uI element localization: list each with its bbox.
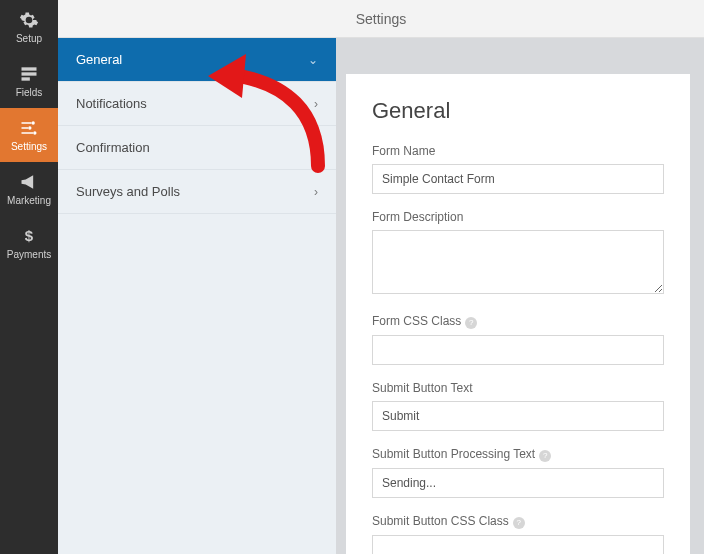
left-nav-label: Payments <box>7 249 51 260</box>
megaphone-icon <box>19 172 39 192</box>
form-name-label: Form Name <box>372 144 664 158</box>
settings-panel: General Form Name Form Description Form … <box>346 74 690 554</box>
form-description-textarea[interactable] <box>372 230 664 294</box>
form-css-input[interactable] <box>372 335 664 365</box>
submit-css-input[interactable] <box>372 535 664 554</box>
app-root: Setup Fields Settings Marketing $ Paymen… <box>0 0 704 554</box>
svg-point-5 <box>33 131 36 134</box>
left-nav-marketing[interactable]: Marketing <box>0 162 58 216</box>
chevron-right-icon: › <box>314 185 318 199</box>
sidebar-item-confirmation[interactable]: Confirmation › <box>58 126 336 170</box>
left-nav: Setup Fields Settings Marketing $ Paymen… <box>0 0 58 554</box>
sliders-icon <box>19 118 39 138</box>
dollar-icon: $ <box>19 226 39 246</box>
form-css-label: Form CSS Class? <box>372 314 664 329</box>
svg-rect-1 <box>22 72 37 75</box>
chevron-right-icon: › <box>314 97 318 111</box>
sidebar-item-notifications[interactable]: Notifications › <box>58 82 336 126</box>
chevron-right-icon: › <box>314 141 318 155</box>
content-area: General Form Name Form Description Form … <box>336 38 704 554</box>
form-description-label: Form Description <box>372 210 664 224</box>
page-title: Settings <box>356 11 407 27</box>
form-icon <box>19 64 39 84</box>
main-area: Settings General ⌄ Notifications › Confi… <box>58 0 704 554</box>
submit-text-label: Submit Button Text <box>372 381 664 395</box>
sidebar-item-label: Surveys and Polls <box>76 184 180 199</box>
sidebar-item-surveys[interactable]: Surveys and Polls › <box>58 170 336 214</box>
help-icon[interactable]: ? <box>513 517 525 529</box>
left-nav-label: Settings <box>11 141 47 152</box>
submit-processing-label: Submit Button Processing Text? <box>372 447 664 462</box>
chevron-down-icon: ⌄ <box>308 53 318 67</box>
settings-sidebar: General ⌄ Notifications › Confirmation ›… <box>58 38 336 554</box>
panel-heading: General <box>372 98 664 124</box>
left-nav-label: Setup <box>16 33 42 44</box>
submit-processing-input[interactable] <box>372 468 664 498</box>
submit-text-input[interactable] <box>372 401 664 431</box>
help-icon[interactable]: ? <box>465 317 477 329</box>
gear-icon <box>19 10 39 30</box>
svg-rect-2 <box>22 77 30 80</box>
left-nav-payments[interactable]: $ Payments <box>0 216 58 270</box>
sidebar-item-label: General <box>76 52 122 67</box>
left-nav-setup[interactable]: Setup <box>0 0 58 54</box>
form-name-input[interactable] <box>372 164 664 194</box>
sidebar-item-label: Confirmation <box>76 140 150 155</box>
left-nav-settings[interactable]: Settings <box>0 108 58 162</box>
page-header: Settings <box>58 0 704 38</box>
sidebar-item-general[interactable]: General ⌄ <box>58 38 336 82</box>
svg-point-4 <box>28 126 31 129</box>
left-nav-label: Marketing <box>7 195 51 206</box>
left-nav-fields[interactable]: Fields <box>0 54 58 108</box>
svg-text:$: $ <box>25 227 34 244</box>
submit-css-label: Submit Button CSS Class? <box>372 514 664 529</box>
body: General ⌄ Notifications › Confirmation ›… <box>58 38 704 554</box>
svg-point-3 <box>32 121 35 124</box>
help-icon[interactable]: ? <box>539 450 551 462</box>
left-nav-label: Fields <box>16 87 43 98</box>
sidebar-item-label: Notifications <box>76 96 147 111</box>
svg-rect-0 <box>22 67 37 70</box>
